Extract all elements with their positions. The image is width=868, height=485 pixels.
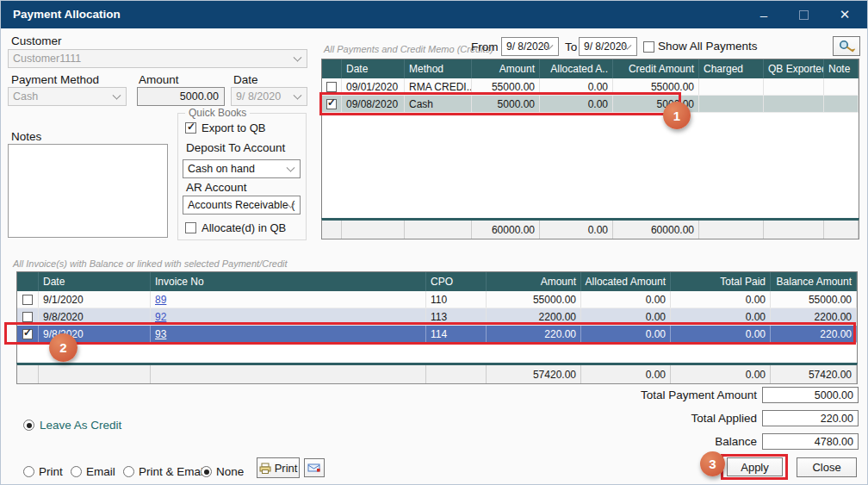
cell-method: RMA CREDI.. [405,78,472,95]
invoices-totals-row: 57420.00 0.00 0.00 57420.00 [16,363,858,384]
export-to-qb-checkbox[interactable] [185,122,196,134]
close-button-label: Close [812,461,840,474]
print-and-email-radio[interactable] [123,466,134,477]
leave-as-credit-radio[interactable] [23,420,34,431]
row-checkbox[interactable] [326,99,337,109]
payments-section-label: All Payments and Credit Memo (Credits) [324,44,493,54]
cell-qb [764,78,824,95]
close-button[interactable]: Close [797,457,857,477]
cell-allocated: 0.00 [540,96,613,112]
amount-label: Amount [139,73,179,86]
total-balance: 57420.00 [771,365,857,383]
apply-button[interactable]: Apply [727,457,783,476]
cell-note [824,96,859,112]
col-date[interactable]: Date [39,272,151,291]
total-applied-field: 220.00 [762,410,859,426]
print-and-email-radio-label: Print & Email [139,465,206,478]
cell-cpo: 113 [426,308,487,325]
invoice-row-selected[interactable]: 9/8/2020 93 114 220.00 0.00 0.00 220.00 [17,326,857,343]
col-allocated[interactable]: Allocated A.. [540,59,613,78]
row-checkbox[interactable] [326,82,337,92]
row-checkbox[interactable] [22,295,33,305]
allocated-in-qb-checkbox[interactable] [185,222,196,233]
cell-date: 09/08/2020 [342,96,405,112]
close-window-button[interactable]: ✕ [826,1,864,28]
email-radio[interactable] [71,466,82,477]
cell-balance: 2200.00 [771,308,857,325]
invoice-row[interactable]: 9/8/2020 92 113 2200.00 0.00 0.00 2200.0… [17,308,857,326]
allocated-in-qb-label: Allocate(d) in QB [202,221,286,234]
none-radio[interactable] [201,466,212,477]
invoice-link[interactable]: 89 [155,294,166,306]
cell-allocated: 0.00 [581,291,671,308]
payment-allocation-dialog: Payment Allocation – ✕ Customer Customer… [0,0,868,485]
date-label: Date [233,73,258,86]
payment-row[interactable]: 09/01/2020 RMA CREDI.. 55000.00 0.00 550… [322,78,859,96]
col-date[interactable]: Date [342,59,405,78]
payment-method-label: Payment Method [11,73,99,86]
amount-field[interactable]: 5000.00 [137,87,225,106]
payment-row-selected[interactable]: 09/08/2020 Cash 5000.00 0.00 5000.00 [322,96,859,113]
balance-label: Balance [542,435,757,448]
deposit-account-select[interactable]: Cash on hand [183,159,301,178]
col-amount[interactable]: Amount [487,272,581,291]
notes-label: Notes [11,130,41,143]
deposit-account-value: Cash on hand [188,163,255,175]
row-checkbox[interactable] [22,312,33,322]
col-amount[interactable]: Amount [472,59,540,78]
cell-cpo: 110 [426,291,487,308]
ar-account-label: AR Account [186,181,247,194]
payment-method-select[interactable]: Cash [8,87,127,106]
invoice-row[interactable]: 9/1/2020 89 110 55000.00 0.00 0.00 55000… [17,291,857,308]
col-credit-amount[interactable]: Credit Amount [613,59,699,78]
total-paid: 0.00 [671,365,771,383]
date-select[interactable]: 9/ 8/2020 [231,87,307,106]
notes-textarea[interactable] [8,144,168,238]
cell-qb [764,96,824,112]
payments-totals-row: 60000.00 0.00 60000.00 [321,218,859,239]
col-invoice-no[interactable]: Invoice No [151,272,426,291]
search-payments-button[interactable] [833,36,860,56]
cell-charged [699,96,764,112]
cell-method: Cash [405,96,472,112]
col-cpo[interactable]: CPO [426,272,487,291]
chevron-down-icon [113,91,121,100]
from-date-select[interactable]: 9/ 8/2020 [501,37,559,56]
invoices-table-header: Date Invoice No CPO Amount Allocated Amo… [17,272,857,291]
row-checkbox[interactable] [22,329,33,339]
col-qb-exported[interactable]: QB Exported [764,59,824,78]
annotation-badge-2: 2 [49,333,78,362]
col-balance-amount[interactable]: Balance Amount [771,272,857,291]
print-button[interactable]: Print [257,457,300,478]
invoice-link[interactable]: 93 [155,328,166,340]
leave-as-credit-label: Leave As Credit [40,419,121,432]
to-date-select[interactable]: 9/ 8/2020 [579,37,637,56]
print-radio[interactable] [23,466,34,477]
invoice-link[interactable]: 92 [155,311,166,323]
cell-allocated: 0.00 [540,78,613,95]
chevron-down-icon [287,164,295,172]
col-allocated-amount[interactable]: Allocated Amount [581,272,671,291]
col-select [17,272,39,291]
col-method[interactable]: Method [405,59,472,78]
show-all-payments-checkbox[interactable] [643,41,654,53]
maximize-icon [799,10,809,20]
ar-account-select[interactable]: Accounts Receivable ( [183,196,301,215]
col-total-paid[interactable]: Total Paid [671,272,771,291]
col-charged[interactable]: Charged [699,59,764,78]
annotation-badge-3: 3 [700,451,725,476]
printer-icon [259,463,271,474]
date-value: 9/ 8/2020 [236,90,281,103]
cell-amount: 55000.00 [472,78,540,95]
col-note[interactable]: Note [824,59,859,78]
cell-amount: 55000.00 [487,291,581,308]
customer-select[interactable]: Customer1111 [8,49,307,68]
cell-balance: 55000.00 [771,291,857,308]
deposit-to-account-label: Deposit To Account [186,141,285,154]
total-amount: 60000.00 [472,221,540,239]
col-select [322,59,342,78]
chevron-down-icon [294,53,302,62]
maximize-button[interactable] [784,1,822,28]
minimize-button[interactable]: – [745,1,783,28]
email-button[interactable] [304,458,325,477]
